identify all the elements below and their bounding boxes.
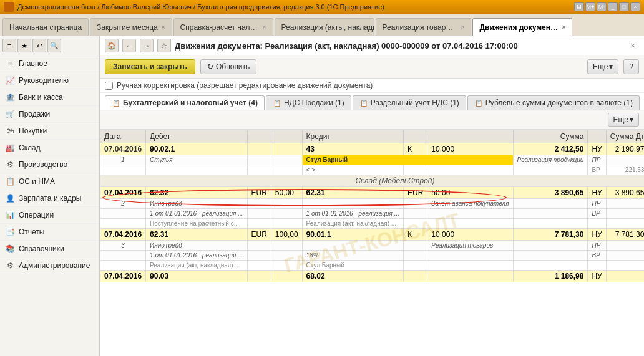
back-nav-btn[interactable]: ←: [122, 39, 136, 52]
tab-realization[interactable]: Реализация (акты, накладные) ×: [275, 18, 374, 36]
col-kredit-sub1: [404, 130, 427, 143]
tab-movements[interactable]: Движения документа: Реализация (акт, нак…: [472, 18, 572, 36]
bookmark-btn[interactable]: ☆: [157, 39, 171, 52]
close-icon[interactable]: ×: [562, 24, 566, 31]
cell-d: ИнноТрейд: [146, 241, 247, 251]
forward-nav-btn[interactable]: →: [140, 39, 154, 52]
vat-sep-icon: 📋: [359, 99, 368, 107]
manual-correction-label: Ручная корректировка (разрешает редактир…: [117, 81, 373, 90]
btn-mplus[interactable]: M+: [585, 2, 595, 11]
operations-icon: 📊: [5, 210, 15, 220]
sidebar-item-main[interactable]: ≡ Главное: [0, 55, 99, 72]
sidebar-search-btn[interactable]: 🔍: [47, 39, 61, 52]
save-close-button[interactable]: Записать и закрыть: [105, 59, 195, 74]
cell-debet3: [271, 143, 302, 155]
doc-close-btn[interactable]: ×: [627, 39, 639, 52]
cell-k3: [427, 251, 513, 261]
sidebar: ≡ ★ ↩ 🔍 ≡ Главное 📈 Руководителю 🏦 Банк …: [0, 36, 100, 356]
main-layout: ≡ ★ ↩ 🔍 ≡ Главное 📈 Руководителю 🏦 Банк …: [0, 36, 644, 356]
cell-num: 3: [100, 241, 146, 251]
btn-close[interactable]: ×: [630, 2, 640, 11]
col-reg: [588, 130, 606, 143]
btn-mminus[interactable]: M-: [597, 2, 607, 11]
sidebar-menu-btn[interactable]: ≡: [2, 39, 16, 52]
close-icon[interactable]: ×: [263, 24, 266, 31]
chevron-down-icon: ▾: [609, 62, 613, 71]
cell-debet2: [247, 271, 271, 282]
btn-maximize[interactable]: □: [619, 2, 629, 11]
cell-d2: [247, 209, 271, 219]
table-header-row: Дата Дебет Кредит Сумма Сумма Дт Сумма К…: [100, 130, 645, 143]
tab-tax-report[interactable]: Справка-расчет налога на прибыль за Апре…: [173, 18, 273, 36]
sidebar-item-sales[interactable]: 🛒 Продажи: [0, 106, 99, 123]
sidebar-item-admin[interactable]: ⚙ Администрирование: [0, 257, 99, 274]
tab-ruble-amounts[interactable]: 📋 Рублевые суммы документов в валюте (1): [467, 95, 640, 110]
cell-num: 1: [100, 155, 146, 165]
tab-close-month[interactable]: Закрытие месяца ×: [90, 18, 172, 36]
cell-dt: [606, 219, 644, 229]
tab-accounting[interactable]: 📋 Бухгалтерский и налоговый учет (4): [105, 95, 265, 110]
cell-kredit: 62.31: [302, 187, 403, 199]
sidebar-item-production[interactable]: ⚙ Производство: [0, 156, 99, 173]
cell-k2: [404, 251, 427, 261]
cell-d: 1 от 01.01.2016 - реализация ...: [146, 251, 247, 261]
sidebar-item-warehouse[interactable]: 🏭 Склад: [0, 140, 99, 156]
manual-correction-checkbox[interactable]: [105, 82, 113, 90]
cell-k2: [404, 199, 427, 209]
btn-minimize[interactable]: _: [608, 2, 618, 11]
table-row: 1 от 01.01.2016 - реализация ... 18% ВР: [100, 251, 645, 261]
close-icon[interactable]: ×: [162, 24, 165, 31]
more-button[interactable]: Еще ▾: [587, 59, 618, 74]
cell-d2: [247, 261, 271, 271]
cell-kredit2: [404, 271, 427, 282]
sidebar-item-os[interactable]: 📋 ОС и НМА: [0, 173, 99, 190]
movements-table-container: ГАРАНТ-КОНСАЛТ Дата Дебет Кредит Сумма: [100, 130, 644, 356]
tab-home[interactable]: Начальная страница: [2, 18, 89, 36]
sidebar-item-hr[interactable]: 👤 Зарплата и кадры: [0, 190, 99, 207]
sidebar-favorite-btn[interactable]: ★: [17, 39, 31, 52]
cell-num: 2: [100, 199, 146, 209]
col-kredit: Кредит: [302, 130, 403, 143]
movements-table: Дата Дебет Кредит Сумма Сумма Дт Сумма К…: [100, 130, 644, 282]
sidebar-item-purchases[interactable]: 🛍 Покупки: [0, 123, 99, 140]
cell-nav[interactable]: < >: [302, 165, 403, 175]
tab-realization-goods[interactable]: Реализация товаров: Накладная 0000-00000…: [376, 18, 472, 36]
cell-s: [513, 219, 588, 229]
col-debet-sub2: [271, 130, 302, 143]
sidebar-item-manager[interactable]: 📈 Руководителю: [0, 72, 99, 89]
title-bar-buttons: M M+ M- _ □ ×: [574, 2, 640, 11]
cell-reg: НУ: [588, 229, 606, 241]
second-toolbar: Еще ▾: [100, 110, 644, 130]
cell-kredit: 90.01.1: [302, 229, 403, 241]
tab-vat-sales[interactable]: 📋 НДС Продажи (1): [266, 95, 351, 110]
cell-sub-debet: ИнноТрейд: [146, 199, 247, 209]
sales-icon: 🛒: [5, 109, 15, 119]
sidebar-item-operations[interactable]: 📊 Операции: [0, 207, 99, 224]
cell-sub-d3: [271, 155, 302, 165]
home-nav-btn[interactable]: 🏠: [105, 39, 119, 52]
cell-debet: 62.32: [146, 187, 247, 199]
refresh-button[interactable]: ↻ Обновить: [200, 59, 256, 74]
cell-summa: 2 412,50: [513, 143, 588, 155]
close-icon[interactable]: ×: [461, 24, 465, 31]
cell-sub-debet: Стулья: [146, 155, 247, 165]
sidebar-item-bank[interactable]: 🏦 Банк и касса: [0, 89, 99, 106]
sidebar-item-references[interactable]: 📚 Справочники: [0, 241, 99, 257]
cell-k: 18%: [302, 251, 403, 261]
help-button[interactable]: ?: [623, 59, 639, 74]
cell-reg: ПР: [588, 241, 606, 251]
sidebar-item-reports[interactable]: 📑 Отчеты: [0, 224, 99, 241]
cell-kredit3: 10,000: [427, 143, 513, 155]
group-row: Склад (МебельСтрой): [100, 175, 645, 187]
table-row: Поступление на расчетный с... Реализация…: [100, 219, 645, 229]
cell-kredit3: [427, 271, 513, 282]
table-row: 3 ИнноТрейд Реализация товаров ПР: [100, 241, 645, 251]
table-more-button[interactable]: Еще ▾: [608, 113, 639, 127]
title-bar-text: Демонстрационная база / Любимов Валерий …: [17, 3, 570, 11]
btn-m[interactable]: M: [574, 2, 584, 11]
sidebar-back-btn[interactable]: ↩: [32, 39, 46, 52]
cell-k: Реализация (акт, накладная) ...: [302, 219, 403, 229]
cell-d2: [247, 199, 271, 209]
cell-date: 07.04.2016: [100, 229, 146, 241]
tab-vat-separate[interactable]: 📋 Раздельный учет НДС (1): [353, 95, 466, 110]
